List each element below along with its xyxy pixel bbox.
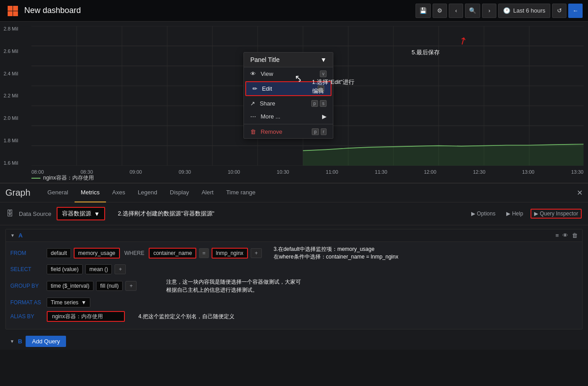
share-icon: ↗: [250, 100, 255, 107]
chevron-down-icon: ▼: [81, 299, 87, 306]
settings-button[interactable]: ⚙: [433, 4, 447, 18]
query-row-a-header: ▼ A ≡ 👁 🗑: [6, 229, 582, 242]
remove-shortcut: pr: [312, 128, 327, 135]
help-label: Help: [512, 211, 523, 217]
refresh-button[interactable]: ↺: [552, 4, 566, 18]
panel-dropdown: Panel Title ▼ 👁 View v ✏ Edit e ↗ Share …: [243, 52, 333, 139]
query-inspector-label: Query Inspector: [540, 211, 578, 217]
from-table-chip[interactable]: memory_usage: [74, 248, 120, 259]
tab-display[interactable]: Display: [164, 184, 195, 202]
save-button[interactable]: 💾: [416, 4, 431, 18]
x-label-3: 09:00: [129, 169, 142, 175]
add-select-button[interactable]: +: [115, 264, 126, 274]
select-agg-chip[interactable]: mean (): [85, 264, 112, 274]
annotation-from: 3.在default中选择监控项：memory_usage在where条件中选择…: [274, 246, 398, 261]
help-button[interactable]: ▶ Help: [503, 209, 527, 219]
delete-icon[interactable]: 🗑: [572, 232, 578, 239]
where-keyword: WHERE: [123, 249, 146, 258]
share-menu-item[interactable]: ↗ Share ps: [244, 97, 333, 110]
x-label-9: 12:00: [424, 169, 437, 175]
more-icon: ⋯: [250, 113, 256, 120]
datasource-label: Data Source: [19, 211, 51, 217]
triangle-icon: ▶: [471, 211, 475, 217]
groupby-fill-chip[interactable]: fill (null): [96, 281, 123, 291]
time-range-picker[interactable]: 🕐 Last 6 hours: [498, 4, 550, 18]
graph-panel: Graph General Metrics Axes Legend Displa…: [0, 183, 588, 350]
add-where-button[interactable]: +: [251, 248, 262, 258]
nav-right-button[interactable]: ›: [482, 4, 496, 18]
formatas-value: Time series: [51, 299, 79, 306]
tab-metrics[interactable]: Metrics: [75, 184, 106, 202]
share-shortcut: ps: [311, 100, 327, 107]
trash-icon: 🗑: [250, 128, 256, 135]
query-row-a-body: FROM default memory_usage WHERE containe…: [6, 242, 582, 329]
formatas-selector[interactable]: Time series ▼: [47, 298, 90, 307]
clock-icon: 🕐: [503, 7, 510, 14]
where-val-chip[interactable]: lnmp_nginx: [212, 248, 248, 259]
add-query-button[interactable]: Add Query: [26, 336, 66, 347]
query-inspector-button[interactable]: ▶ Query Inspector: [531, 209, 582, 219]
where-key-chip[interactable]: container_name: [149, 248, 196, 259]
where-op-chip[interactable]: =: [199, 248, 208, 258]
view-shortcut: v: [320, 70, 327, 77]
datasource-selected-value: 容器数据源: [62, 210, 91, 218]
time-range-label: Last 6 hours: [513, 7, 545, 14]
select-field-chip[interactable]: field (value): [47, 264, 83, 274]
svg-rect-3: [13, 11, 18, 16]
query-row-a: ▼ A ≡ 👁 🗑 FROM default memory_usage WHER…: [5, 229, 583, 329]
nav-left-button[interactable]: ‹: [449, 4, 463, 18]
tab-alert[interactable]: Alert: [195, 184, 220, 202]
x-label-8: 11:30: [375, 169, 388, 175]
add-groupby-button[interactable]: +: [125, 281, 137, 291]
select-label: SELECT: [10, 266, 44, 272]
query-row-a-icons: ≡ 👁 🗑: [555, 232, 578, 239]
tab-legend[interactable]: Legend: [132, 184, 164, 202]
legend-line: [31, 178, 40, 179]
groupby-label: GROUP BY: [10, 283, 44, 289]
x-label-10: 12:30: [473, 169, 486, 175]
options-button[interactable]: ▶ Options: [468, 209, 499, 219]
svg-rect-2: [8, 11, 13, 16]
remove-menu-item[interactable]: 🗑 Remove pr: [244, 125, 333, 138]
x-label-7: 11:00: [326, 169, 338, 175]
collapse-a-button[interactable]: ▼: [10, 233, 15, 238]
tab-axes[interactable]: Axes: [106, 184, 132, 202]
from-label: FROM: [10, 250, 44, 256]
x-label-5: 10:00: [228, 169, 240, 175]
tab-general[interactable]: General: [41, 184, 75, 202]
logo: [5, 4, 20, 18]
zoom-out-button[interactable]: 🔍: [465, 4, 480, 18]
alias-input[interactable]: [47, 311, 125, 322]
eye-icon[interactable]: 👁: [562, 232, 568, 239]
y-label-7: 1.6 Mil: [4, 160, 18, 166]
y-label-2: 2.6 Mil: [4, 48, 18, 54]
from-db-chip[interactable]: default: [47, 248, 71, 258]
view-icon: 👁: [250, 70, 256, 77]
remove-label: Remove: [261, 128, 282, 135]
hamburger-icon[interactable]: ≡: [555, 232, 559, 239]
collapse-b-button[interactable]: ▼: [10, 339, 14, 344]
legend-label: nginx容器：内存使用: [43, 174, 94, 182]
annotation-save: 5.最后保存 ↗: [411, 48, 440, 57]
panel-title-label: Panel Title: [250, 56, 279, 63]
x-label-11: 13:00: [522, 169, 535, 175]
graph-panel-title: Graph: [5, 188, 31, 198]
datasource-selector[interactable]: 容器数据源 ▼: [57, 207, 105, 220]
groupby-time-chip[interactable]: time ($_interval): [47, 281, 93, 291]
more-menu-item[interactable]: ⋯ More ... ▶: [244, 110, 333, 123]
datasource-bar: 🗄 Data Source 容器数据源 ▼ 2.选择刚才创建的数据源"容器数据源…: [0, 202, 588, 225]
x-label-4: 09:30: [179, 169, 191, 175]
annotation-alias: 4.把这个监控定义个别名，自己随便定义: [138, 313, 234, 320]
from-line: FROM default memory_usage WHERE containe…: [10, 246, 578, 261]
edit-icon: ✏: [252, 85, 257, 92]
options-label: Options: [477, 211, 495, 217]
alias-line: ALIAS BY 4.把这个监控定义个别名，自己随便定义: [10, 311, 578, 322]
graph-header: Graph General Metrics Axes Legend Displa…: [0, 184, 588, 202]
formatas-line: FORMAT AS Time series ▼: [10, 298, 578, 307]
chart-area: 2.8 Mil 2.6 Mil 2.4 Mil 2.2 Mil 2.0 Mil …: [0, 22, 588, 183]
triangle-icon: ▶: [506, 211, 510, 217]
close-panel-button[interactable]: ✕: [577, 189, 583, 197]
back-button[interactable]: ←: [568, 4, 583, 18]
panel-dropdown-header[interactable]: Panel Title ▼: [244, 53, 333, 67]
tab-time-range[interactable]: Time range: [220, 184, 261, 202]
